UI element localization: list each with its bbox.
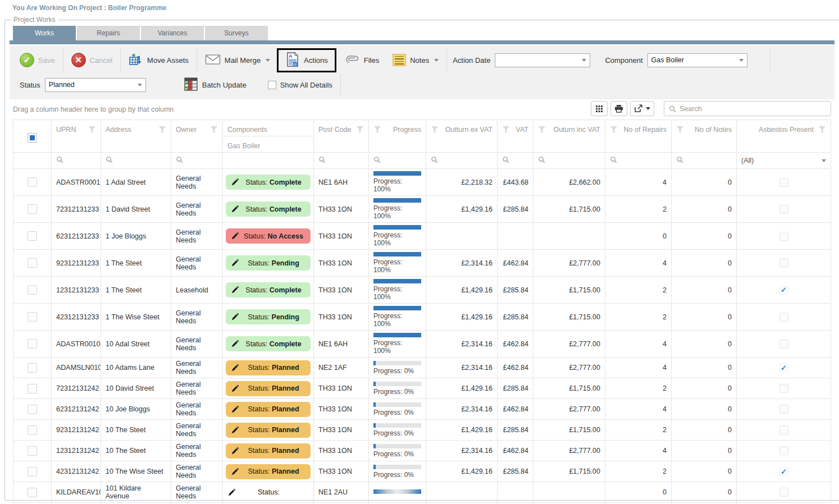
tab-surveys[interactable]: Surveys: [205, 26, 268, 40]
save-button[interactable]: ✓ Save: [13, 53, 62, 67]
mail-merge-button[interactable]: Mail Merge: [198, 54, 277, 67]
table-row[interactable]: KILDAREAV101 101 Kildare Avenue General …: [13, 482, 831, 503]
row-checkbox[interactable]: [28, 488, 37, 497]
asbestos-checkbox[interactable]: ✓: [779, 205, 788, 214]
col-header-progress[interactable]: Progress: [369, 120, 426, 153]
move-assets-button[interactable]: Move Assets: [122, 52, 195, 68]
tab-variances[interactable]: Variances: [141, 26, 204, 40]
table-row[interactable]: 92312131242 10 The Steet General Needs S…: [13, 420, 831, 441]
table-row[interactable]: 12312131242 10 The Steet General Needs S…: [13, 441, 831, 461]
status-badge[interactable]: Status:: [226, 485, 311, 500]
filter-icon[interactable]: [676, 126, 684, 133]
asbestos-checkbox[interactable]: ✓: [779, 405, 788, 414]
status-badge[interactable]: Status: Planned: [226, 360, 311, 375]
cancel-button[interactable]: ✕ Cancel: [65, 53, 119, 67]
filter-cell-outturn-inc-vat[interactable]: [534, 153, 605, 169]
status-badge[interactable]: Status: Pending: [226, 255, 311, 271]
asbestos-checkbox[interactable]: ✓: [779, 363, 788, 372]
col-header-components[interactable]: Components: [223, 120, 314, 136]
row-checkbox[interactable]: [28, 384, 37, 393]
row-checkbox[interactable]: [28, 258, 37, 268]
tab-repairs[interactable]: Repairs: [77, 26, 140, 40]
filter-cell-no-of-repairs[interactable]: [605, 153, 672, 169]
status-select[interactable]: Planned: [45, 78, 146, 92]
asbestos-checkbox[interactable]: ✓: [779, 178, 788, 187]
col-header-asbestos-present[interactable]: Asbestos Present: [737, 120, 831, 153]
row-checkbox[interactable]: [28, 405, 37, 414]
row-checkbox[interactable]: [28, 231, 37, 241]
col-header-vat[interactable]: VAT: [498, 120, 534, 153]
filter-icon[interactable]: [158, 126, 166, 133]
table-row[interactable]: ADASTR0010 10 Adal Street General Needs …: [13, 331, 831, 358]
col-header-address[interactable]: Address: [101, 120, 171, 153]
row-checkbox[interactable]: [28, 285, 37, 295]
status-badge[interactable]: Status: Complete: [226, 201, 311, 217]
filter-icon[interactable]: [610, 126, 618, 133]
asbestos-checkbox[interactable]: ✓: [779, 446, 788, 455]
col-header-postcode[interactable]: Post Code: [314, 120, 369, 153]
notes-button[interactable]: Notes: [386, 54, 445, 66]
filter-icon[interactable]: [373, 126, 381, 133]
row-checkbox[interactable]: [28, 177, 37, 187]
asbestos-checkbox[interactable]: ✓: [779, 232, 788, 241]
actions-button[interactable]: A Actions: [282, 52, 331, 69]
row-checkbox[interactable]: [28, 425, 37, 435]
filter-cell-owner[interactable]: [171, 153, 223, 169]
action-date-select[interactable]: [495, 53, 590, 67]
filter-icon[interactable]: [431, 126, 439, 133]
status-badge[interactable]: Status: Planned: [226, 402, 311, 417]
row-checkbox[interactable]: [28, 467, 37, 476]
show-all-details-checkbox[interactable]: [268, 81, 276, 89]
col-header-no-of-repairs[interactable]: No of Repairs: [605, 120, 672, 153]
component-select[interactable]: Gas Boiler: [648, 53, 747, 67]
print-button[interactable]: [610, 101, 627, 116]
status-badge[interactable]: Status: Planned: [226, 464, 311, 479]
export-button[interactable]: [630, 101, 654, 116]
filter-cell-progress[interactable]: [369, 153, 426, 169]
asbestos-checkbox[interactable]: ✓: [779, 340, 788, 349]
filter-icon[interactable]: [356, 126, 364, 133]
status-badge[interactable]: Status: Complete: [226, 282, 311, 297]
filter-cell-uprn[interactable]: [52, 153, 101, 169]
filter-cell-outturn-ex-vat[interactable]: [426, 153, 498, 169]
asbestos-checkbox[interactable]: ✓: [779, 286, 788, 295]
asbestos-checkbox[interactable]: ✓: [779, 467, 788, 476]
files-button[interactable]: Files: [336, 52, 386, 68]
column-chooser-button[interactable]: [591, 101, 608, 116]
status-badge[interactable]: Status: Complete: [226, 175, 311, 190]
table-row[interactable]: 62312131233 1 Joe Bloggs General Needs S…: [13, 223, 831, 250]
filter-cell-components[interactable]: [223, 153, 314, 169]
components-sub-header[interactable]: Gas Boiler: [223, 136, 314, 153]
status-badge[interactable]: Status: Planned: [226, 381, 311, 396]
filter-cell-asbestos[interactable]: (All): [737, 153, 831, 169]
asbestos-checkbox[interactable]: ✓: [779, 425, 788, 434]
notes-caret-icon[interactable]: [434, 59, 439, 62]
status-badge[interactable]: Status: Pending: [226, 309, 311, 324]
table-row[interactable]: 42312131242 10 The Wise Steet General Ne…: [13, 461, 831, 482]
asbestos-checkbox[interactable]: ✓: [779, 488, 788, 497]
asbestos-checkbox[interactable]: ✓: [779, 384, 788, 393]
tab-works[interactable]: Works: [13, 26, 76, 40]
asbestos-checkbox[interactable]: ✓: [779, 313, 788, 322]
row-checkbox[interactable]: [28, 446, 37, 456]
batch-update-button[interactable]: Batch Update: [177, 77, 253, 93]
col-header-owner[interactable]: Owner: [171, 120, 223, 153]
col-header-outturn-inc-vat[interactable]: Outurn inc VAT: [534, 120, 605, 153]
search-input[interactable]: [680, 105, 826, 113]
show-all-details-toggle[interactable]: Show All Details: [261, 81, 339, 89]
row-checkbox[interactable]: [28, 312, 37, 322]
status-badge[interactable]: Status: No Access: [226, 228, 311, 244]
filter-icon[interactable]: [818, 126, 826, 133]
filter-cell-postcode[interactable]: [314, 153, 369, 169]
table-row[interactable]: 72312131233 1 David Street General Needs…: [13, 196, 831, 223]
table-row[interactable]: 42312131233 1 The Wise Steet General Nee…: [13, 304, 831, 331]
col-header-uprn[interactable]: UPRN: [52, 120, 101, 153]
asbestos-checkbox[interactable]: ✓: [779, 259, 788, 268]
status-badge[interactable]: Status: Complete: [226, 336, 311, 351]
table-row[interactable]: ADAMSLN010 10 Adams Lane General Needs S…: [13, 358, 831, 378]
table-row[interactable]: 12312131233 1 The Steet Leasehold Status…: [13, 277, 831, 304]
row-checkbox[interactable]: [28, 339, 37, 349]
filter-cell-no-of-notes[interactable]: [672, 153, 737, 169]
status-badge[interactable]: Status: Planned: [226, 423, 311, 438]
filter-cell-address[interactable]: [101, 153, 171, 169]
